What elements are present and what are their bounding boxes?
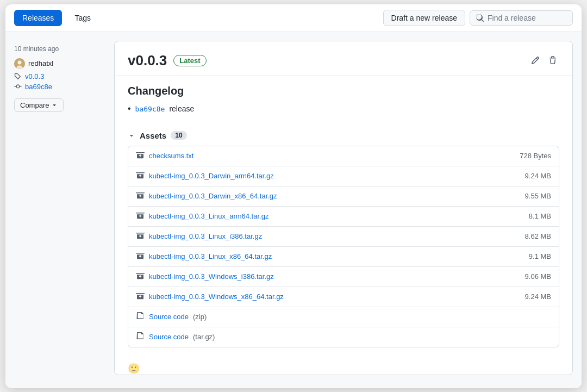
- archive-icon: [136, 191, 145, 202]
- archive-icon: [136, 251, 145, 262]
- assets-label: Assets: [140, 131, 166, 140]
- search-icon: [476, 14, 484, 22]
- asset-row: kubectl-img_0.0.3_Darwin_x86_64.tar.gz 9…: [128, 186, 559, 207]
- changelog-commit-link[interactable]: ba69c8e: [135, 105, 165, 113]
- asset-row: kubectl-img_0.0.3_Windows_i386.tar.gz 9.…: [128, 267, 559, 287]
- chevron-down-icon: [51, 102, 58, 108]
- asset-left: Source code (tar.gz): [136, 332, 215, 343]
- asset-extra: (zip): [193, 313, 207, 321]
- source-icon: [136, 332, 145, 343]
- author-row: redhatxl: [14, 58, 105, 69]
- archive-icon: [136, 271, 145, 282]
- asset-name-link[interactable]: Source code: [149, 313, 189, 321]
- sidebar-commit-link[interactable]: ba69c8e: [25, 83, 52, 91]
- source-icon: [136, 312, 145, 322]
- triangle-down-icon: [128, 132, 135, 139]
- tag-icon: [14, 72, 22, 80]
- archive-icon: [136, 291, 145, 302]
- sidebar: 10 minutes ago redhatxl v0.0.3: [5, 32, 114, 388]
- archive-icon: [136, 171, 145, 182]
- asset-size: 9.1 MB: [529, 252, 551, 260]
- asset-size: 8.1 MB: [529, 212, 551, 220]
- asset-name-link[interactable]: kubectl-img_0.0.3_Windows_x86_64.tar.gz: [149, 293, 284, 301]
- asset-left: kubectl-img_0.0.3_Linux_i386.tar.gz: [136, 231, 262, 242]
- assets-section: Assets 10 checksums.txt 728 Bytes kubect…: [115, 125, 572, 358]
- archive-icon: [136, 151, 145, 161]
- archive-icon: [136, 211, 145, 222]
- tab-bar: Releases Tags Draft a new release: [5, 4, 582, 32]
- tag-row: v0.0.3: [14, 72, 105, 80]
- changelog-item: ba69c8e release: [128, 104, 559, 114]
- asset-row: kubectl-img_0.0.3_Linux_arm64.tar.gz 8.1…: [128, 207, 559, 227]
- author-username: redhatxl: [28, 59, 53, 67]
- asset-row: Source code (zip): [128, 307, 559, 327]
- asset-row: checksums.txt 728 Bytes: [128, 146, 559, 166]
- changelog-title: Changelog: [128, 85, 559, 97]
- asset-name-link[interactable]: kubectl-img_0.0.3_Linux_i386.tar.gz: [149, 232, 262, 240]
- asset-size: 9.24 MB: [525, 293, 551, 301]
- latest-badge: Latest: [173, 55, 206, 66]
- asset-size: 8.62 MB: [525, 232, 551, 240]
- asset-size: 9.24 MB: [525, 172, 551, 180]
- release-title-row: v0.0.3 Latest: [128, 52, 207, 69]
- asset-name-link[interactable]: kubectl-img_0.0.3_Linux_arm64.tar.gz: [149, 212, 268, 220]
- asset-left: kubectl-img_0.0.3_Windows_i386.tar.gz: [136, 271, 274, 282]
- asset-size: 9.06 MB: [525, 272, 551, 281]
- avatar: [14, 58, 25, 69]
- changelog-section: Changelog ba69c8e release: [115, 76, 572, 125]
- compare-label: Compare: [20, 101, 49, 109]
- release-header: v0.0.3 Latest: [115, 41, 572, 76]
- assets-list: checksums.txt 728 Bytes kubectl-img_0.0.…: [128, 146, 559, 347]
- asset-size: 728 Bytes: [520, 152, 551, 160]
- draft-release-button[interactable]: Draft a new release: [383, 10, 465, 26]
- asset-name-link[interactable]: kubectl-img_0.0.3_Darwin_arm64.tar.gz: [149, 172, 274, 180]
- asset-row: kubectl-img_0.0.3_Linux_i386.tar.gz 8.62…: [128, 227, 559, 247]
- asset-row: kubectl-img_0.0.3_Windows_x86_64.tar.gz …: [128, 287, 559, 307]
- search-bar: [470, 10, 573, 26]
- body: 10 minutes ago redhatxl v0.0.3: [5, 32, 582, 388]
- asset-name-link[interactable]: kubectl-img_0.0.3_Windows_i386.tar.gz: [149, 272, 274, 281]
- asset-name-link[interactable]: Source code: [149, 333, 189, 341]
- release-time: 10 minutes ago: [14, 45, 105, 53]
- trash-icon: [548, 56, 557, 65]
- assets-header[interactable]: Assets 10: [128, 125, 559, 146]
- asset-row: kubectl-img_0.0.3_Linux_x86_64.tar.gz 9.…: [128, 247, 559, 267]
- release-version: v0.0.3: [128, 52, 167, 69]
- svg-point-1: [18, 60, 22, 64]
- asset-left: kubectl-img_0.0.3_Linux_arm64.tar.gz: [136, 211, 268, 222]
- asset-extra: (tar.gz): [193, 333, 215, 341]
- pencil-icon: [531, 56, 540, 65]
- asset-name-link[interactable]: kubectl-img_0.0.3_Darwin_x86_64.tar.gz: [149, 192, 277, 200]
- asset-left: kubectl-img_0.0.3_Linux_x86_64.tar.gz: [136, 251, 272, 262]
- asset-name-link[interactable]: checksums.txt: [149, 152, 193, 160]
- asset-left: Source code (zip): [136, 312, 207, 322]
- commit-icon: [14, 83, 22, 90]
- changelog-item-text: release: [169, 104, 194, 113]
- commit-row: ba69c8e: [14, 83, 105, 91]
- asset-left: checksums.txt: [136, 151, 193, 161]
- search-input[interactable]: [488, 14, 567, 22]
- archive-icon: [136, 231, 145, 242]
- asset-left: kubectl-img_0.0.3_Darwin_arm64.tar.gz: [136, 171, 274, 182]
- assets-count: 10: [171, 131, 186, 140]
- app-window: Releases Tags Draft a new release 10 min…: [5, 4, 582, 388]
- edit-release-button[interactable]: [529, 54, 542, 67]
- asset-name-link[interactable]: kubectl-img_0.0.3_Linux_x86_64.tar.gz: [149, 252, 272, 260]
- tab-tags[interactable]: Tags: [66, 10, 99, 26]
- main-content: v0.0.3 Latest: [114, 32, 582, 388]
- asset-left: kubectl-img_0.0.3_Windows_x86_64.tar.gz: [136, 291, 284, 302]
- tab-releases[interactable]: Releases: [14, 10, 62, 26]
- release-actions: [529, 54, 559, 67]
- emoji-reaction-button[interactable]: 🙂: [115, 358, 153, 375]
- release-card: v0.0.3 Latest: [114, 41, 573, 375]
- delete-release-button[interactable]: [546, 54, 559, 67]
- asset-left: kubectl-img_0.0.3_Darwin_x86_64.tar.gz: [136, 191, 277, 202]
- asset-row: Source code (tar.gz): [128, 327, 559, 347]
- asset-size: 9.55 MB: [525, 192, 551, 200]
- asset-row: kubectl-img_0.0.3_Darwin_arm64.tar.gz 9.…: [128, 166, 559, 186]
- sidebar-tag-link[interactable]: v0.0.3: [25, 72, 44, 80]
- compare-button[interactable]: Compare: [14, 98, 64, 112]
